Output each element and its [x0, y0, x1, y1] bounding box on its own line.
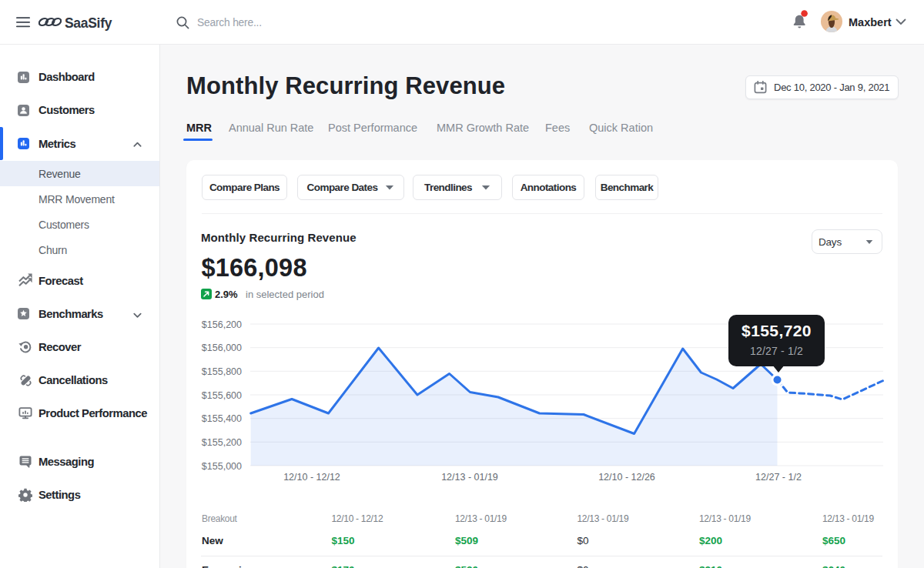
svg-text:12/10 - 12/12: 12/10 - 12/12: [283, 472, 340, 483]
svg-text:12/27 - 1/2: 12/27 - 1/2: [755, 472, 802, 483]
svg-text:$155,600: $155,600: [202, 390, 242, 401]
svg-text:12/10 - 12/26: 12/10 - 12/26: [598, 472, 655, 483]
svg-text:12/13 - 01/19: 12/13 - 01/19: [441, 472, 498, 483]
svg-text:$156,200: $156,200: [202, 319, 242, 330]
svg-text:$155,400: $155,400: [202, 413, 242, 424]
svg-text:$155,200: $155,200: [202, 437, 242, 448]
svg-text:$155,000: $155,000: [202, 461, 242, 472]
svg-text:$155,800: $155,800: [202, 366, 242, 377]
svg-text:$156,000: $156,000: [202, 342, 242, 353]
